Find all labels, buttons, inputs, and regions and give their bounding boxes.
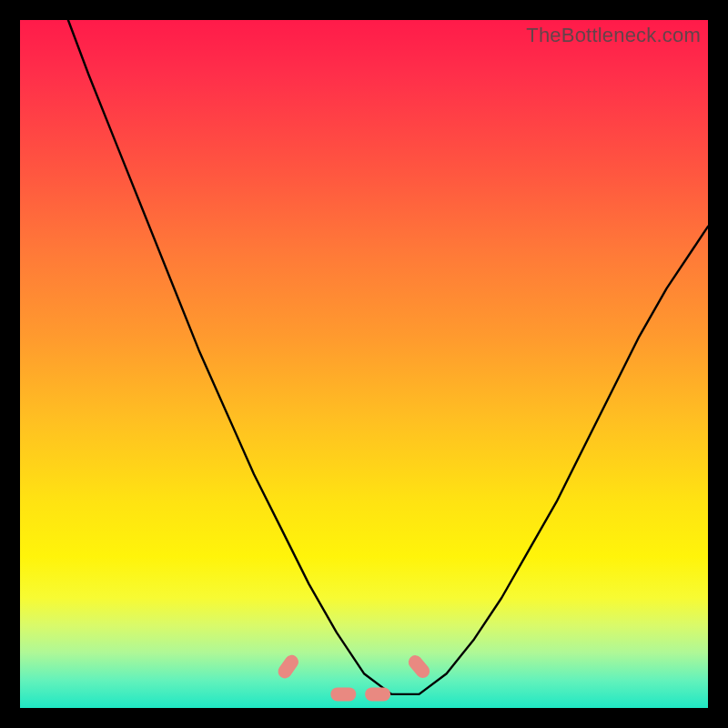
curve-marker: [330, 687, 356, 701]
curve-marker: [276, 652, 301, 682]
chart-frame: TheBottleneck.com: [0, 0, 728, 728]
curve-path: [68, 20, 708, 694]
curve-marker: [406, 652, 432, 681]
curve-marker: [365, 687, 390, 701]
chart-svg: [20, 20, 708, 708]
plot-area: TheBottleneck.com: [20, 20, 708, 708]
